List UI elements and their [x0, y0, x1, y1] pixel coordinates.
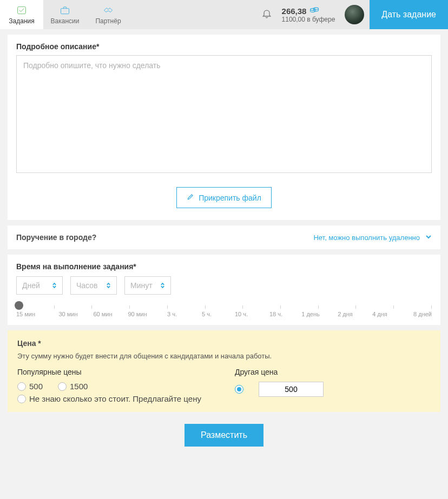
other-price-col: Другая цена	[235, 368, 431, 403]
slider-tick-label: 2 дня	[328, 311, 363, 317]
price-radio-1500[interactable]: 1500	[58, 382, 88, 391]
nav-tab-label: Вакансии	[51, 17, 80, 25]
hours-stepper[interactable]: Часов	[70, 276, 117, 295]
price-input[interactable]	[259, 382, 324, 397]
nav-tab-label: Партнёр	[95, 17, 121, 25]
description-panel: Подробное описание* Прикрепить файл	[8, 35, 440, 220]
other-price-label: Другая цена	[235, 368, 431, 376]
slider-knob[interactable]	[15, 301, 23, 310]
slider-tick-label: 5 ч.	[189, 311, 224, 317]
slider-tick-label: 1 день	[293, 311, 328, 317]
days-label: Дней	[22, 281, 40, 290]
radio-icon	[235, 385, 243, 394]
price-radio-500[interactable]: 500	[17, 382, 43, 391]
radio-label: Не знаю сколько это стоит. Предлагайте ц…	[29, 394, 201, 403]
stepper-arrows-icon	[160, 282, 165, 289]
description-textarea[interactable]	[16, 55, 432, 173]
attach-label: Прикрепить файл	[199, 194, 261, 202]
svg-rect-0	[61, 9, 69, 14]
chevron-down-icon	[425, 234, 432, 242]
slider-tick-label: 4 дня	[363, 311, 397, 317]
briefcase-icon	[60, 4, 70, 16]
radio-label: 1500	[70, 382, 88, 391]
coins-icon	[309, 6, 319, 16]
check-envelope-icon	[16, 4, 27, 16]
handshake-icon	[103, 4, 114, 16]
radio-icon	[17, 382, 26, 391]
price-radio-other[interactable]	[235, 385, 243, 394]
bell-icon	[261, 8, 272, 21]
days-stepper[interactable]: Дней	[16, 276, 63, 295]
city-panel: Поручение в городе? Нет, можно выполнить…	[8, 225, 440, 249]
popular-prices-label: Популярные цены	[17, 368, 213, 376]
create-task-button[interactable]: Дать задание	[370, 0, 448, 29]
radio-label: 500	[29, 382, 43, 391]
popular-prices-col: Популярные цены 500 1500 Не знаю сколько…	[17, 368, 213, 403]
nav-tab-tasks[interactable]: Задания	[0, 0, 43, 29]
minutes-stepper[interactable]: Минут	[124, 276, 171, 295]
time-heading: Время на выполнение задания*	[16, 262, 432, 271]
slider-tick-label: 15 мин	[16, 311, 51, 317]
stepper-arrows-icon	[106, 282, 111, 289]
balance-block[interactable]: 266,38 1100,00 в буфере	[278, 6, 340, 23]
city-answer-text: Нет, можно выполнить удаленно	[313, 234, 420, 242]
slider-tick-label: 10 ч.	[224, 311, 259, 317]
slider-tick-label: 8 дней	[397, 311, 432, 317]
radio-icon	[17, 395, 26, 403]
avatar[interactable]	[345, 5, 364, 24]
notifications-bell[interactable]	[256, 8, 278, 21]
top-bar: Задания Вакансии Партнёр 266,38 1100,00 …	[0, 0, 448, 29]
slider-tick-label: 3 ч.	[155, 311, 189, 317]
nav-tab-vacancies[interactable]: Вакансии	[43, 0, 87, 29]
price-radio-unknown[interactable]: Не знаю сколько это стоит. Предлагайте ц…	[17, 394, 213, 403]
balance-amount: 266,38	[282, 6, 307, 16]
balance-buffer: 1100,00 в буфере	[282, 16, 335, 23]
slider-tick-label: 90 мин	[120, 311, 155, 317]
city-answer-toggle[interactable]: Нет, можно выполнить удаленно	[313, 234, 432, 242]
city-question: Поручение в городе?	[16, 233, 96, 242]
slider-tick-label: 30 мин	[51, 311, 85, 317]
slider-tick-label: 18 ч.	[259, 311, 293, 317]
description-heading: Подробное описание*	[16, 42, 432, 51]
submit-button[interactable]: Разместить	[185, 424, 263, 447]
price-note: Эту сумму нужно будет внести для общения…	[17, 352, 431, 360]
hours-label: Часов	[76, 281, 98, 290]
nav-tab-partner[interactable]: Партнёр	[87, 0, 130, 29]
pencil-icon	[187, 193, 194, 202]
time-panel: Время на выполнение задания* Дней Часов …	[8, 255, 440, 325]
stepper-arrows-icon	[52, 282, 57, 289]
radio-icon	[58, 382, 67, 391]
submit-row: Разместить	[0, 412, 448, 458]
minutes-label: Минут	[130, 281, 153, 290]
nav-tab-label: Задания	[9, 17, 34, 25]
attach-file-button[interactable]: Прикрепить файл	[176, 187, 272, 208]
price-heading: Цена *	[17, 339, 431, 348]
price-panel: Цена * Эту сумму нужно будет внести для …	[8, 330, 440, 412]
slider-tick-label: 60 мин	[85, 311, 120, 317]
